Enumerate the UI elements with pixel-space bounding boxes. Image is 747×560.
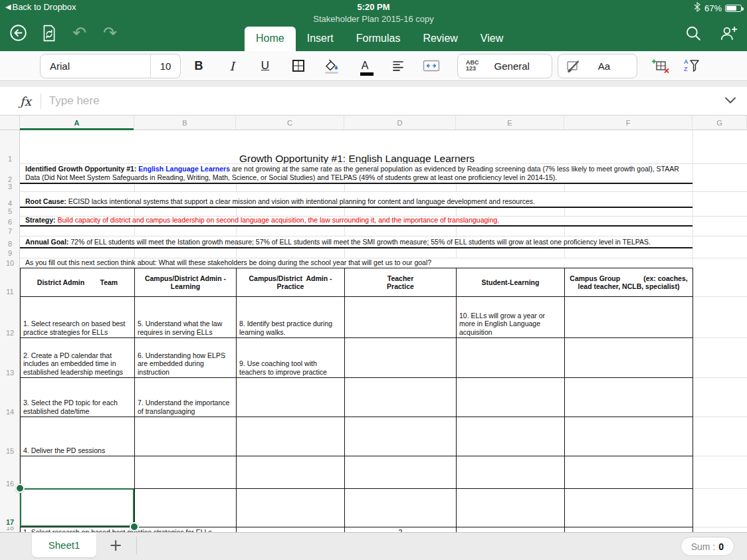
tab-home[interactable]: Home (245, 27, 296, 51)
font-size-value[interactable]: 10 (151, 60, 180, 72)
row-header-10[interactable]: 10 (0, 258, 20, 268)
tab-review[interactable]: Review (411, 27, 469, 51)
cell-row-8[interactable]: Annual Goal: 72% of ELL students will me… (20, 236, 693, 248)
row-header-2[interactable]: 2 (0, 163, 20, 184)
select-all-corner[interactable] (0, 116, 20, 130)
row-header-1[interactable]: 1 (0, 130, 20, 163)
alignment-button[interactable] (383, 54, 413, 78)
table-cell-r18[interactable] (565, 527, 693, 532)
tab-insert[interactable]: Insert (296, 27, 345, 51)
row-header-15[interactable]: 15 (0, 417, 20, 456)
fill-color-button[interactable] (316, 54, 347, 78)
row-header-11[interactable]: 11 (0, 268, 20, 296)
table-header-cell[interactable]: Student-Learning (457, 268, 565, 297)
table-cell-r13[interactable] (457, 338, 565, 378)
table-cell-r14[interactable] (345, 378, 457, 417)
font-name-value[interactable]: Arial (41, 60, 150, 72)
search-icon[interactable] (685, 25, 702, 45)
table-cell-r17[interactable] (565, 489, 693, 527)
tab-formulas[interactable]: Formulas (345, 27, 412, 51)
cell-row-6[interactable]: Strategy: Build capacity of district and… (20, 216, 693, 227)
table-header-cell[interactable]: District Admin Team (21, 268, 135, 297)
table-cell-r16[interactable] (457, 456, 565, 489)
table-header-cell[interactable]: Campus/District Admin - Learning (135, 268, 237, 297)
row-header-9[interactable]: 9 (0, 248, 20, 258)
table-cell-r18[interactable]: 1. Select research on based best practic… (21, 527, 135, 532)
row-header-4[interactable]: 4 (0, 191, 20, 208)
font-picker[interactable]: Arial 10 (40, 54, 181, 78)
row-header-6[interactable]: 6 (0, 216, 20, 227)
table-cell-r15[interactable] (457, 417, 565, 456)
sum-status-badge[interactable]: Sum : 0 (681, 537, 734, 556)
table-cell-r14[interactable] (565, 378, 693, 417)
formula-bar[interactable]: ƒx Type here (0, 87, 747, 116)
selected-cell-outline[interactable] (20, 488, 134, 527)
column-header-D[interactable]: D (344, 116, 456, 130)
table-cell-r17[interactable] (237, 489, 345, 527)
borders-button[interactable] (283, 54, 314, 78)
back-circle-button[interactable] (9, 24, 27, 42)
table-cell-r18[interactable]: 2 (345, 527, 457, 532)
selection-handle-bottom-right[interactable] (130, 522, 139, 531)
table-cell-r15[interactable] (237, 417, 345, 456)
table-cell-r16[interactable] (565, 456, 693, 489)
add-sheet-button[interactable]: + (101, 533, 130, 557)
table-cell-r13[interactable]: 6. Understanding how ELPS are embedded d… (135, 338, 237, 378)
table-cell-r15[interactable] (345, 417, 457, 456)
table-cell-r13[interactable]: 2. Create a PD calendar that includes an… (21, 338, 135, 378)
cell-row-4[interactable]: Root Cause: ECISD lacks intentional syst… (20, 191, 693, 208)
table-cell-r14[interactable]: 3. Select the PD topic for each establis… (21, 378, 135, 417)
table-cell-r15[interactable]: 4. Deliver the PD sessions (21, 417, 135, 456)
table-cell-r12[interactable]: 1. Select research on based best practic… (21, 297, 135, 338)
table-cell-r14[interactable] (457, 378, 565, 417)
add-person-icon[interactable] (719, 25, 738, 45)
sheet-tab[interactable]: Sheet1 (32, 533, 96, 557)
cell-styles-picker[interactable]: Aa (558, 54, 637, 78)
chevron-down-icon[interactable] (724, 95, 736, 107)
table-cell-r13[interactable] (345, 338, 457, 378)
table-cell-r12[interactable] (565, 297, 693, 338)
table-cell-r18[interactable] (237, 527, 345, 532)
bold-button[interactable]: B (183, 54, 214, 78)
sync-file-icon[interactable] (40, 24, 58, 42)
column-header-C[interactable]: C (236, 116, 344, 130)
table-cell-r15[interactable] (135, 417, 237, 456)
table-cell-r12[interactable] (345, 297, 457, 338)
row-header-18[interactable]: 18 (0, 527, 20, 532)
table-cell-r16[interactable] (21, 456, 135, 489)
font-color-button[interactable]: A (350, 54, 380, 78)
table-cell-r16[interactable] (135, 456, 237, 489)
undo-icon[interactable]: ↶ (70, 24, 88, 42)
cell-row-1[interactable]: Growth Opportunity #1: English Language … (20, 130, 693, 163)
table-cell-r18[interactable] (457, 527, 565, 532)
table-header-cell[interactable]: Campus/District Admin - Practice (237, 268, 345, 297)
cell-row-10[interactable]: As you fill out this next section think … (20, 258, 693, 268)
table-cell-r17[interactable] (345, 489, 457, 527)
row-header-17[interactable]: 17 (0, 488, 20, 527)
row-header-8[interactable]: 8 (0, 236, 20, 248)
row-header-12[interactable]: 12 (0, 296, 20, 337)
column-header-F[interactable]: F (564, 116, 693, 130)
row-header-14[interactable]: 14 (0, 377, 20, 417)
sort-filter-button[interactable]: AZ (676, 54, 706, 78)
row-header-16[interactable]: 16 (0, 456, 20, 488)
cell-row-2[interactable]: Identified Growth Opportunity #1: Englis… (20, 163, 693, 184)
table-header-cell[interactable]: Campus Group (ex: coaches, lead teacher,… (565, 268, 693, 297)
table-cell-r12[interactable]: 8. Identify best practice during learnin… (237, 297, 345, 338)
column-header-E[interactable]: E (456, 116, 564, 130)
italic-button[interactable]: I (217, 54, 247, 78)
row-header-13[interactable]: 13 (0, 337, 20, 377)
row-header-7[interactable]: 7 (0, 227, 20, 236)
table-cell-r12[interactable]: 10. ELLs will grow a year or more in Eng… (457, 297, 565, 338)
table-cell-r14[interactable] (237, 378, 345, 417)
column-header-G[interactable]: G (693, 116, 747, 130)
redo-icon[interactable]: ↷ (101, 24, 119, 42)
insert-delete-cells-button[interactable] (645, 54, 676, 78)
table-cell-r16[interactable] (237, 456, 345, 489)
selection-handle-top-left[interactable] (15, 484, 25, 493)
underline-button[interactable]: U (250, 54, 280, 78)
table-cell-r15[interactable] (565, 417, 693, 456)
table-cell-r17[interactable] (457, 489, 565, 527)
table-header-cell[interactable]: Teacher Practice (345, 268, 457, 297)
column-header-B[interactable]: B (134, 116, 236, 130)
